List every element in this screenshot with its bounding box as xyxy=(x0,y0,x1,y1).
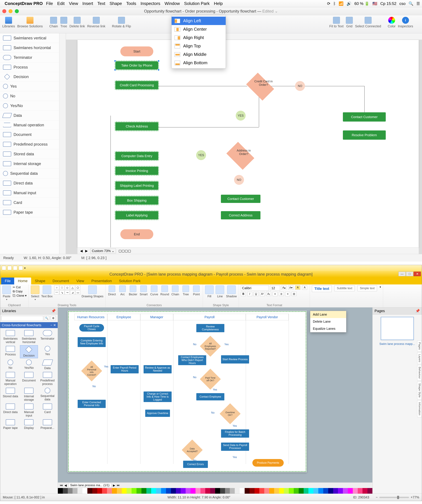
tb-reverse-link[interactable]: Reverse link xyxy=(87,17,105,28)
color-swatch[interactable] xyxy=(348,488,353,494)
win-close-button[interactable]: ✕ xyxy=(414,272,421,276)
ctx-equalize-lanes[interactable]: Equalize Lanes xyxy=(310,325,346,332)
lane-hr[interactable]: Human Resources xyxy=(74,314,107,320)
tb-select-connected[interactable]: Select Connected xyxy=(355,17,381,28)
lib-direct-data[interactable]: Direct data xyxy=(1,403,19,418)
lib-process[interactable]: Process xyxy=(1,345,19,358)
valign-button[interactable]: ⊟ xyxy=(292,292,297,296)
color-swatch[interactable] xyxy=(333,488,338,494)
start-terminator[interactable]: Start xyxy=(120,47,153,56)
font-color-icon[interactable]: A xyxy=(302,285,307,290)
scroll-right-icon[interactable]: ▶ xyxy=(85,249,88,253)
color-swatch[interactable] xyxy=(201,488,205,494)
start-review[interactable]: Start Review Process xyxy=(221,355,249,364)
highlight-icon[interactable]: A xyxy=(295,285,300,290)
menu-insert[interactable]: Insert xyxy=(82,1,93,6)
color-swatch[interactable] xyxy=(220,488,225,494)
color-swatch[interactable] xyxy=(245,488,250,494)
send-data[interactable]: Send Data to Payroll Processor xyxy=(221,443,249,451)
connector-bezier[interactable]: Bezier xyxy=(128,285,137,296)
collapse-icon[interactable]: − xyxy=(50,323,52,327)
lane-employee[interactable]: Employee xyxy=(107,314,140,320)
align-center-button[interactable]: ≣ xyxy=(279,292,284,296)
side-card[interactable]: Card xyxy=(0,198,59,208)
align-right-button[interactable]: ≡ xyxy=(285,292,290,296)
spotlight-icon[interactable]: 🔍 xyxy=(409,1,413,6)
color-swatch[interactable] xyxy=(107,488,112,494)
color-swatch[interactable] xyxy=(161,488,166,494)
finalize-batch[interactable]: Finalize for Batch Processing xyxy=(221,429,249,438)
color-swatch[interactable] xyxy=(73,488,78,494)
tb-browse-solutions[interactable]: Browse Solutions xyxy=(17,17,43,28)
tb-grid[interactable]: Grid xyxy=(346,17,353,28)
tb-tree[interactable]: Tree xyxy=(60,17,67,28)
qat-undo-icon[interactable] xyxy=(13,266,17,270)
side-no[interactable]: No xyxy=(0,91,59,101)
color-swatch[interactable] xyxy=(68,488,73,494)
color-swatch[interactable] xyxy=(181,488,186,494)
tb-delete-link[interactable]: Delete link xyxy=(70,17,85,28)
color-swatch[interactable] xyxy=(196,488,201,494)
lib-internal-storage[interactable]: Internal storage xyxy=(20,387,38,402)
align-top-item[interactable]: Align Top xyxy=(171,42,226,50)
side-internal-storage[interactable]: Internal storage xyxy=(0,159,59,169)
tb-fit-to-text[interactable]: Fit to Text xyxy=(329,17,343,28)
win-minimize-button[interactable]: — xyxy=(398,272,406,276)
side-yes[interactable]: Yes xyxy=(0,82,59,91)
line-button[interactable]: Line xyxy=(215,285,224,298)
menu-help[interactable]: Help xyxy=(214,1,223,6)
paste-button[interactable]: Paste▾ xyxy=(2,285,11,301)
menu-tools[interactable]: Tools xyxy=(126,1,136,6)
lib-display[interactable]: Display xyxy=(20,419,38,430)
lib-card[interactable]: Card xyxy=(39,403,56,418)
side-sequential-data[interactable]: Sequential data xyxy=(0,169,59,178)
zoom-in-icon[interactable]: + xyxy=(411,495,413,499)
color-swatch[interactable] xyxy=(82,488,87,494)
align-left-button[interactable]: ≡ xyxy=(273,292,278,296)
side-data[interactable]: Data xyxy=(0,111,59,120)
tab-shape[interactable]: Shape xyxy=(31,277,49,284)
color-swatch[interactable] xyxy=(274,488,279,494)
zoom-out-icon[interactable]: − xyxy=(376,495,378,499)
data-accepted-decision[interactable]: Data Accepted? xyxy=(182,439,202,460)
side-tab-behaviour[interactable]: Behaviour xyxy=(417,365,422,380)
clone-button[interactable]: ⿻ Clone ▾ xyxy=(13,294,26,297)
connector-curve[interactable]: Curve xyxy=(150,285,159,296)
color-swatch[interactable] xyxy=(279,488,284,494)
payroll-cycle-closes[interactable]: Payroll Cycle Closes xyxy=(79,324,104,331)
styles-more-icon[interactable]: ▾ xyxy=(380,285,381,288)
volume-icon[interactable]: 🔊 xyxy=(347,1,351,6)
lib-no[interactable]: No xyxy=(1,359,19,371)
side-tab-information[interactable]: Information xyxy=(417,400,422,417)
side-tab-pages[interactable]: Pages xyxy=(417,341,422,352)
yes-badge[interactable]: YES xyxy=(236,111,246,120)
box-check-address[interactable]: Check Address xyxy=(115,122,158,131)
decision-cc[interactable]: Credit Card in Order? xyxy=(247,78,273,96)
box-shipping-label[interactable]: Shipping Label Printing xyxy=(115,181,158,190)
box-contact-customer-2[interactable]: Contact Customer xyxy=(221,195,260,203)
menu-edit[interactable]: Edit xyxy=(57,1,65,6)
color-swatch[interactable] xyxy=(367,488,372,494)
color-swatch[interactable] xyxy=(304,488,309,494)
user-name[interactable]: cso xyxy=(399,1,405,6)
side-swimlanes-v[interactable]: Swimlanes vertical xyxy=(0,33,59,43)
lib-paper-tape[interactable]: Paper tape xyxy=(1,419,19,430)
color-swatch[interactable] xyxy=(240,488,245,494)
align-bottom-item[interactable]: Align Bottom xyxy=(171,59,226,67)
menu-inspectors[interactable]: Inspectors xyxy=(141,1,160,6)
align-left-item[interactable]: Align Left xyxy=(171,17,226,25)
decrease-font-icon[interactable]: A▾ xyxy=(288,285,293,290)
side-yesno[interactable]: Yes/No xyxy=(0,101,59,111)
connector-arc[interactable]: Arc xyxy=(118,285,127,296)
qat-save-icon[interactable] xyxy=(7,266,12,270)
color-swatch[interactable] xyxy=(186,488,190,494)
color-swatch[interactable] xyxy=(190,488,196,494)
menu-file[interactable]: File xyxy=(46,1,53,6)
scroll-left-icon[interactable]: ◀ xyxy=(80,249,83,253)
tab-presentation[interactable]: Presentation xyxy=(88,277,115,284)
connector-point[interactable]: Point xyxy=(192,285,201,296)
lib-yes[interactable]: Yes xyxy=(39,345,56,358)
title-text-style[interactable]: Title text xyxy=(312,285,332,292)
personal-info-decision[interactable]: All Personal Info Correct? xyxy=(81,360,102,381)
color-swatch[interactable] xyxy=(63,488,68,494)
